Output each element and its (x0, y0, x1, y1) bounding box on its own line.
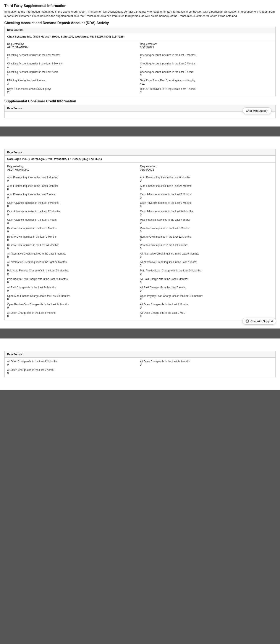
field-cell: Cash Advance Inquiries in the Last 12 Mo… (7, 209, 140, 217)
field-value: 0 (140, 213, 272, 216)
section1-intro: In addition to the information maintaine… (4, 10, 276, 18)
field-cell: Auto Finance Inquiries in the Last 7 Yea… (7, 192, 140, 200)
corelogic-requested-by-cell: Requested by: ALLY FINANCIAL (7, 164, 140, 172)
field-cell: Paid Rent-to-Own Charge-offs in the Last… (7, 276, 140, 285)
field-label: Paid Rent-to-Own Charge-offs in the Last… (7, 278, 139, 280)
field-value: 0 (140, 238, 272, 242)
field-cell: Open Rent-to-Own Charge-offs in the Last… (7, 302, 140, 310)
field-value: 0 (140, 306, 272, 309)
field-label: All Paid Charge-offs in the Last 24 Mont… (7, 286, 139, 289)
chex-fields-grid: Checking Account Inquiries in the Last M… (4, 51, 276, 96)
field-label: Open Rent-to-Own Charge-offs in the Last… (7, 303, 139, 306)
requested-on-value: 06/15/2021 (140, 46, 272, 49)
field-cell: Rent-to-Own Inquiries in the Last 3 Mont… (7, 226, 140, 234)
field-cell: Cash Advance Inquiries in the Last 3 Mon… (140, 192, 273, 200)
corelogic-requested-by-label: Requested by: (7, 165, 139, 168)
field-value: 1 (140, 65, 272, 68)
data-source-header-3: Data Source: (4, 351, 276, 358)
field-value: 3 (7, 221, 139, 224)
field-value: 491 (140, 82, 272, 85)
field-label: Checking Account Inquiries in the Last 2… (140, 70, 272, 74)
field-label: Auto Finance Inquiries in the Last 3 Mon… (7, 176, 139, 179)
field-value: 3 (140, 90, 272, 94)
checking-title: Checking Account and Demand Deposit Acco… (4, 21, 276, 25)
corelogic-data-source-box: Data Source: CoreLogic Inc. (1 CoreLogic… (4, 149, 276, 320)
supp-data-source-header: Data Source: (4, 105, 276, 112)
chat-support-button-2[interactable]: 💬 Chat with Support (242, 318, 276, 324)
field-value: 0 (140, 289, 272, 292)
field-value: 1 (7, 74, 139, 77)
field-label: All Paid Charge-offs in the Last 3 Month… (140, 278, 272, 280)
data-source-label-3: Data Source: (7, 353, 23, 356)
field-value: 0 (140, 196, 272, 199)
field-label: DDA & Credit/Non-DDA Inquiries in Last 3… (140, 88, 272, 90)
field-cell: Checking Account Inquiries in the Last Y… (7, 70, 140, 78)
chex-request-info: Requested by: ALLY FINANCIAL Requested o… (4, 40, 276, 51)
field-cell: All Alternative Credit Inquiries in the … (7, 251, 140, 260)
field-value: 0 (140, 272, 272, 275)
field-value: 2 (140, 221, 272, 224)
chex-data-source-box: Data Source: Chex Systems Inc. (7805 Hud… (4, 27, 276, 96)
field-value: 0 (140, 188, 272, 191)
field-cell: All Paid Charge-offs in the Last 7 Years… (140, 285, 273, 293)
field-cell: Open Payday Loan Charge-offs in the Last… (140, 293, 273, 302)
chat-icon-2: 💬 (246, 320, 249, 323)
field-value: 0 (7, 255, 139, 258)
section-1: Third Party Supplemental Information In … (0, 0, 280, 126)
field-value: 0 (140, 298, 272, 301)
field-value: 0 (7, 247, 139, 250)
field-cell: Cash Advance Inquiries in the Last 9 Mon… (140, 200, 273, 209)
field-label: Cash Advance Inquiries in the Last 3 Mon… (140, 193, 272, 196)
field-label: Open Auto Finance Charge-offs in the Las… (7, 294, 139, 298)
field-label: All Open Charge-offs in the Last 7 Years… (7, 368, 139, 372)
chat-label-2: Chat with Support (251, 320, 273, 323)
section1-title: Third Party Supplemental Information (4, 4, 276, 8)
field-label: Auto Finance Inquiries in the Last 7 Yea… (7, 193, 139, 196)
field-cell: Rent-to-Own Inquiries in the Last 7 Year… (140, 242, 273, 251)
field-cell: All Alternative Credit Inquiries in the … (7, 260, 140, 268)
field-cell: Auto Finance Inquiries in the Last 3 Mon… (7, 175, 140, 183)
field-value: 0 (7, 204, 139, 208)
field-value: 0 (140, 363, 272, 366)
field-label: Cash Advance Inquiries in the Last 12 Mo… (7, 210, 139, 213)
field-label: Auto Finance Inquiries in the Last 9 Mon… (7, 184, 139, 188)
field-value: 0 (140, 314, 272, 318)
field-label: Cash Advance Inquiries in the Last 6 Mon… (7, 201, 139, 204)
field-label: All Open Charge-offs in the Last 6 Month… (7, 311, 139, 314)
requested-by-value: ALLY FINANCIAL (7, 46, 139, 49)
requested-on-cell: Requested on: 06/15/2021 (140, 42, 273, 50)
field-value: 0 (7, 230, 139, 233)
field-value: 1 (7, 57, 139, 60)
field-value: 0 (7, 314, 139, 318)
field-cell: Auto Finance Inquiries in the Last 9 Mon… (7, 183, 140, 192)
field-value: 0 (140, 204, 272, 208)
field-label: Auto Finance Inquiries in the Last 6 Mon… (140, 176, 272, 179)
field-cell: Misc Financial Services in the Last 7 Ye… (140, 217, 273, 226)
field-label: All Open Charge-offs in the Last 12 Mont… (7, 360, 139, 363)
field-cell: Checking Account Inquiries in the Last 2… (140, 52, 273, 61)
corelogic-requested-by-value: ALLY FINANCIAL (7, 168, 139, 171)
field-value: 0 (140, 255, 272, 258)
field-label: Paid Payday Loan Charge-offs in the Last… (140, 269, 272, 272)
field-label: Rent-to-Own Inquiries in the Last 7 Year… (140, 244, 272, 247)
field-label: Checking Account Inquiries in the Last 6… (140, 62, 272, 65)
supp-data-source-box: Data Source: Chat with Support (4, 105, 276, 118)
field-label: Open Payday Loan Charge-offs in the Last… (140, 294, 272, 298)
field-label: All Open Charge-offs in the Last 9 Mo...… (140, 311, 272, 314)
field-label: Rent-to-Own Inquiries in the Last 12 Mon… (140, 235, 272, 238)
field-cell: Checking Account Inquiries in the Last 6… (140, 61, 273, 70)
field-cell: Rent-to-Own Inquiries in the Last 6 Mont… (140, 226, 273, 234)
field-label: Checking Account Inquiries in the Last 2… (140, 54, 272, 57)
field-label: All Open Charge-offs in the Last 3 Month… (140, 303, 272, 306)
field-label: Cash Advance Inquiries in the Last 24 Mo… (140, 210, 272, 213)
field-value: 20 (7, 90, 139, 94)
data-source-header-1: Data Source: (4, 27, 276, 33)
field-cell: All Alternative Credit Inquiries in the … (140, 260, 273, 268)
chat-support-button-1[interactable]: Chat with Support (243, 108, 272, 114)
field-cell: Rent-to-Own Inquiries in the Last 12 Mon… (140, 234, 273, 242)
corelogic-company-name: CoreLogic Inc. (1 CoreLogic Drive, Westl… (4, 156, 276, 162)
field-cell: Paid Payday Loan Charge-offs in the Last… (140, 268, 273, 276)
field-cell: All Open Charge-offs in the Last 7 Years… (7, 367, 140, 376)
field-value: 3 (140, 74, 272, 77)
field-label: All Alternative Credit Inquiries in the … (140, 252, 272, 255)
